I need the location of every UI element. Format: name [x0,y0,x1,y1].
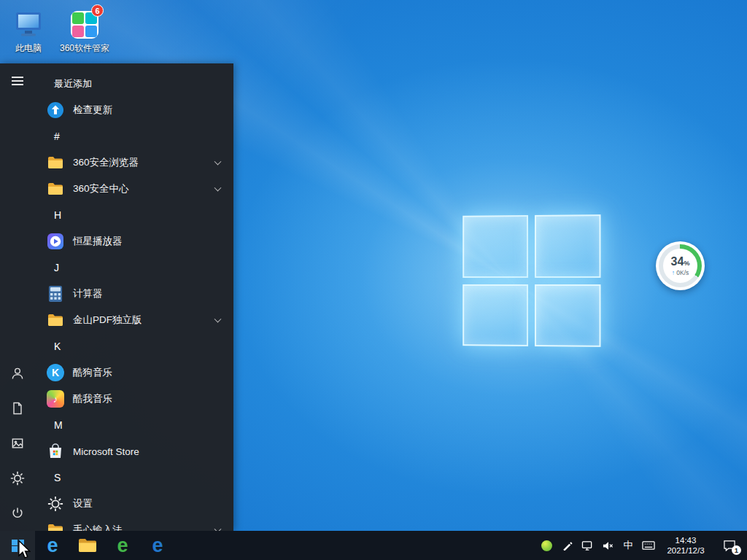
app-item-check-update[interactable]: 检查更新 [35,97,233,123]
user-icon [10,366,25,381]
file-explorer-icon [78,537,97,553]
recently-added-header: 最近添加 [35,71,233,97]
app-group-shouxin-input[interactable]: 手心输入法 [35,517,233,531]
tray-network-button[interactable] [581,539,594,552]
taskbar-browser-button[interactable]: e [140,531,175,560]
chevron-down-icon[interactable] [214,316,222,323]
app-item-label: 360安全中心 [73,182,129,195]
calculator-icon [47,285,64,303]
user-account-button[interactable] [0,356,35,391]
start-menu-app-list: 最近添加 检查更新 # 360安全浏览器 360安全中心 [35,63,233,531]
tray-touch-keyboard-button[interactable] [642,539,655,552]
letter-header-h[interactable]: H [35,202,233,228]
app-item-label: Microsoft Store [73,446,139,457]
app-item-kugou-music[interactable]: K 酷狗音乐 [35,359,233,386]
gear-icon [47,495,64,513]
tray-360-safety-button[interactable] [540,539,553,552]
app-item-label: 计算器 [73,287,103,300]
app-group-kingsoft-pdf[interactable]: 金山PDF独立版 [35,307,233,333]
windows-logo [462,214,600,347]
tray-language-indicator[interactable]: 中 [622,539,635,552]
clock-time: 14:43 [662,535,709,545]
network-icon [581,540,594,551]
app-item-label: 金山PDF独立版 [73,314,142,327]
start-menu-rail [0,63,35,531]
chevron-down-icon[interactable] [214,158,222,166]
kugou-music-icon: K [47,364,64,381]
pictures-icon [10,436,25,451]
app-item-label: 设置 [73,497,93,510]
tray-volume-muted-button[interactable] [601,539,614,552]
chevron-down-icon[interactable] [214,526,222,531]
app-item-label: 恒星播放器 [73,235,123,248]
app-item-label: 手心输入法 [73,524,123,531]
app-item-star-player[interactable]: 恒星播放器 [35,228,233,254]
action-center-button[interactable]: 1 [716,531,743,560]
desktop-icon-this-pc[interactable]: 此电脑 [0,9,57,53]
edge-icon: e [47,536,58,556]
notification-badge: 1 [732,545,741,555]
desktop-icon-label: 360软件管家 [56,43,113,53]
windows-logo-pane [462,284,527,346]
clock-date: 2021/12/3 [662,545,709,556]
start-button[interactable] [0,531,35,560]
hamburger-icon [12,77,23,85]
power-button[interactable] [0,496,35,531]
expand-menu-button[interactable] [0,63,35,98]
app-item-label: 检查更新 [73,104,112,117]
usage-percent: 34% [671,256,690,269]
this-pc-icon [12,9,44,41]
desktop-icon-360-software-manager[interactable]: 6 360软件管家 [56,9,113,53]
start-menu: 最近添加 检查更新 # 360安全浏览器 360安全中心 [0,63,233,531]
app-item-label: 360安全浏览器 [73,156,139,169]
tray-pen-button[interactable] [560,539,573,552]
app-item-settings[interactable]: 设置 [35,491,233,517]
360-safety-ball-icon [541,540,552,551]
chevron-down-icon[interactable] [214,184,222,192]
taskbar: e e e [0,531,747,560]
app-item-microsoft-store[interactable]: Microsoft Store [35,438,233,464]
windows-start-icon [12,540,24,552]
app-item-kuwo-music[interactable]: ♪ 酷我音乐 [35,386,233,412]
360-software-manager-icon: 6 [69,9,101,41]
folder-icon [47,154,64,171]
gear-icon [10,471,25,486]
taskbar-edge-button[interactable]: e [35,531,70,560]
update-count-badge: 6 [91,4,104,17]
kuwo-music-icon: ♪ [47,390,64,408]
upload-arrow-icon: ↑ [672,269,675,276]
letter-header-m[interactable]: M [35,412,233,438]
letter-header-hash[interactable]: # [35,123,233,149]
check-update-icon [47,101,64,119]
taskbar-clock[interactable]: 14:43 2021/12/3 [662,535,709,556]
pictures-button[interactable] [0,426,35,461]
pen-icon [562,540,573,551]
letter-header-s[interactable]: S [35,464,233,491]
windows-logo-pane [534,214,600,277]
system-tray: 中 14:43 2021/12/3 1 [540,531,747,560]
speed-ball-widget[interactable]: 34% ↑ 0K/s [656,241,705,290]
documents-button[interactable] [0,391,35,426]
taskbar-file-explorer-button[interactable] [70,531,105,560]
app-item-calculator[interactable]: 计算器 [35,281,233,307]
desktop-icon-label: 此电脑 [0,43,57,53]
windows-logo-pane [462,215,527,278]
app-item-label: 酷狗音乐 [73,366,112,379]
360-browser-icon: e [117,536,128,556]
taskbar-360-browser-button[interactable]: e [105,531,140,560]
folder-icon [47,521,64,531]
microsoft-store-icon [47,443,64,460]
app-group-360-browser[interactable]: 360安全浏览器 [35,149,233,176]
windows-logo-pane [534,284,600,347]
desktop: 此电脑 6 360软件管家 34% ↑ 0K/s [0,0,747,560]
folder-icon [47,311,64,329]
letter-header-j[interactable]: J [35,254,233,281]
touch-keyboard-icon [642,540,655,551]
app-item-label: 酷我音乐 [73,392,112,405]
settings-button[interactable] [0,461,35,496]
network-speed: ↑ 0K/s [672,269,689,276]
letter-header-k[interactable]: K [35,333,233,359]
language-label: 中 [624,539,633,552]
app-group-360-center[interactable]: 360安全中心 [35,176,233,202]
browser-icon: e [152,536,163,556]
